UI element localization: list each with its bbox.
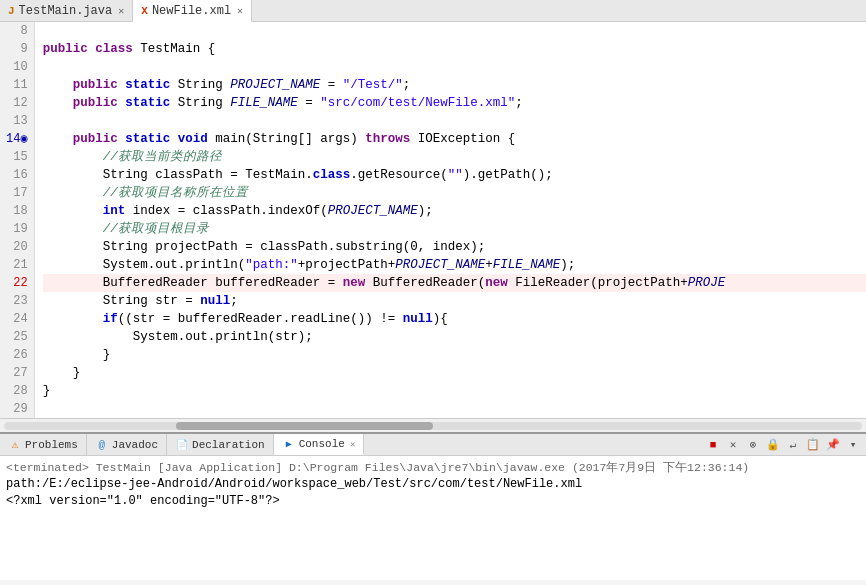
view-menu-btn[interactable]: ▾ bbox=[844, 436, 862, 454]
ln-16: 16 bbox=[6, 166, 28, 184]
editor-area: 8 9 10 11 12 13 14◉ 15 16 17 18 19 20 21… bbox=[0, 22, 866, 432]
ln-25: 25 bbox=[6, 328, 28, 346]
ln-14: 14◉ bbox=[6, 130, 28, 148]
javadoc-icon: @ bbox=[95, 438, 109, 452]
bottom-toolbar: ■ ✕ ⊗ 🔒 ↵ 📋 📌 ▾ bbox=[704, 436, 866, 454]
code-line-16: String classPath = TestMain.class.getRes… bbox=[43, 166, 866, 184]
tab-testmain-close[interactable]: ✕ bbox=[118, 5, 124, 17]
console-path-line: path:/E:/eclipse-jee-Android/Android/wor… bbox=[6, 476, 860, 493]
ln-9: 9 bbox=[6, 40, 28, 58]
tab-testmain-label: TestMain.java bbox=[19, 4, 113, 18]
code-line-22: BufferedReader bufferedReader = new Buff… bbox=[43, 274, 866, 292]
ln-29: 29 bbox=[6, 400, 28, 418]
code-line-18: int index = classPath.indexOf(PROJECT_NA… bbox=[43, 202, 866, 220]
tab-newfile-close[interactable]: ✕ bbox=[237, 5, 243, 17]
bottom-panel: ⚠ Problems @ Javadoc 📄 Declaration ▶ Con… bbox=[0, 432, 866, 580]
tab-declaration[interactable]: 📄 Declaration bbox=[167, 434, 274, 455]
ln-10: 10 bbox=[6, 58, 28, 76]
terminate-btn[interactable]: ■ bbox=[704, 436, 722, 454]
code-line-19: //获取项目根目录 bbox=[43, 220, 866, 238]
ln-22: 22 bbox=[6, 274, 28, 292]
declaration-icon: 📄 bbox=[175, 438, 189, 452]
editor-tab-bar: J TestMain.java ✕ X NewFile.xml ✕ bbox=[0, 0, 866, 22]
code-line-25: System.out.println(str); bbox=[43, 328, 866, 346]
open-console-btn[interactable]: 📋 bbox=[804, 436, 822, 454]
scroll-lock-btn[interactable]: 🔒 bbox=[764, 436, 782, 454]
tab-testmain[interactable]: J TestMain.java ✕ bbox=[0, 0, 133, 21]
code-line-21: System.out.println("path:"+projectPath+P… bbox=[43, 256, 866, 274]
code-line-15: //获取当前类的路径 bbox=[43, 148, 866, 166]
ln-27: 27 bbox=[6, 364, 28, 382]
clear-console-btn[interactable]: ⊗ bbox=[744, 436, 762, 454]
code-line-11: public static String PROJECT_NAME = "/Te… bbox=[43, 76, 866, 94]
scroll-track[interactable] bbox=[4, 422, 862, 430]
code-line-26: } bbox=[43, 346, 866, 364]
remove-launch-btn[interactable]: ✕ bbox=[724, 436, 742, 454]
scroll-thumb[interactable] bbox=[176, 422, 433, 430]
code-lines[interactable]: public class TestMain { public static St… bbox=[35, 22, 866, 418]
console-icon: ▶ bbox=[282, 437, 296, 451]
ln-19: 19 bbox=[6, 220, 28, 238]
code-line-23: String str = null; bbox=[43, 292, 866, 310]
console-xml-line: <?xml version="1.0" encoding="UTF-8"?> bbox=[6, 493, 860, 510]
bottom-tab-bar: ⚠ Problems @ Javadoc 📄 Declaration ▶ Con… bbox=[0, 434, 866, 456]
ln-17: 17 bbox=[6, 184, 28, 202]
code-content: 8 9 10 11 12 13 14◉ 15 16 17 18 19 20 21… bbox=[0, 22, 866, 418]
ln-12: 12 bbox=[6, 94, 28, 112]
ln-21: 21 bbox=[6, 256, 28, 274]
problems-icon: ⚠ bbox=[8, 438, 22, 452]
ln-26: 26 bbox=[6, 346, 28, 364]
ln-24: 24 bbox=[6, 310, 28, 328]
ln-8: 8 bbox=[6, 22, 28, 40]
code-line-28: } bbox=[43, 382, 866, 400]
code-line-10 bbox=[43, 58, 866, 76]
ln-13: 13 bbox=[6, 112, 28, 130]
word-wrap-btn[interactable]: ↵ bbox=[784, 436, 802, 454]
tab-console[interactable]: ▶ Console ✕ bbox=[274, 434, 365, 455]
code-line-20: String projectPath = classPath.substring… bbox=[43, 238, 866, 256]
tab-declaration-label: Declaration bbox=[192, 439, 265, 451]
code-line-13 bbox=[43, 112, 866, 130]
code-line-27: } bbox=[43, 364, 866, 382]
code-line-9: public class TestMain { bbox=[43, 40, 866, 58]
code-line-12: public static String FILE_NAME = "src/co… bbox=[43, 94, 866, 112]
tab-problems[interactable]: ⚠ Problems bbox=[0, 434, 87, 455]
console-terminated-line: <terminated> TestMain [Java Application]… bbox=[6, 459, 860, 476]
line-numbers: 8 9 10 11 12 13 14◉ 15 16 17 18 19 20 21… bbox=[0, 22, 35, 418]
ln-28: 28 bbox=[6, 382, 28, 400]
xml-icon: X bbox=[141, 5, 148, 17]
ln-18: 18 bbox=[6, 202, 28, 220]
code-line-24: if((str = bufferedReader.readLine()) != … bbox=[43, 310, 866, 328]
java-icon: J bbox=[8, 5, 15, 17]
code-line-17: //获取项目名称所在位置 bbox=[43, 184, 866, 202]
tab-javadoc-label: Javadoc bbox=[112, 439, 158, 451]
console-output: <terminated> TestMain [Java Application]… bbox=[0, 456, 866, 580]
code-line-8 bbox=[43, 22, 866, 40]
code-line-29 bbox=[43, 400, 866, 418]
tab-newfile[interactable]: X NewFile.xml ✕ bbox=[133, 0, 252, 22]
ln-20: 20 bbox=[6, 238, 28, 256]
ln-23: 23 bbox=[6, 292, 28, 310]
code-line-14: public static void main(String[] args) t… bbox=[43, 130, 866, 148]
horizontal-scrollbar[interactable] bbox=[0, 418, 866, 432]
ln-11: 11 bbox=[6, 76, 28, 94]
pin-console-btn[interactable]: 📌 bbox=[824, 436, 842, 454]
console-close: ✕ bbox=[350, 439, 355, 450]
tab-javadoc[interactable]: @ Javadoc bbox=[87, 434, 167, 455]
tab-problems-label: Problems bbox=[25, 439, 78, 451]
ln-15: 15 bbox=[6, 148, 28, 166]
tab-console-label: Console bbox=[299, 438, 345, 450]
tab-newfile-label: NewFile.xml bbox=[152, 4, 231, 18]
bottom-tabs: ⚠ Problems @ Javadoc 📄 Declaration ▶ Con… bbox=[0, 434, 364, 455]
